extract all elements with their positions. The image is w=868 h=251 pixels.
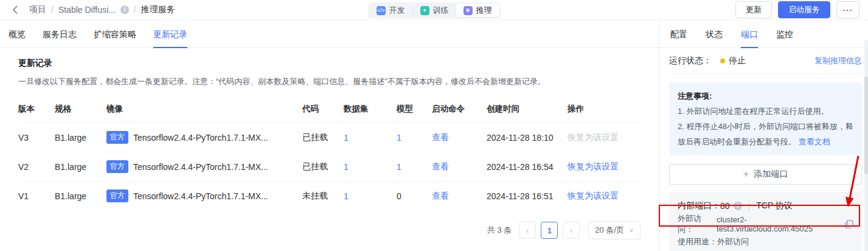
table-row: V1 B1.large 官方 Tensorflow2.4.4-PyTorch1.… — [18, 181, 641, 210]
table-row: V3 B1.large 官方 Tensorflow2.4.4-PyTorch1.… — [18, 122, 641, 152]
status-dot-icon — [720, 58, 725, 63]
add-port-label: 添加端口 — [754, 169, 788, 180]
usage-row: 使用用途： 外部访问 — [678, 235, 853, 249]
internal-port-label: 内部端口： — [678, 200, 720, 211]
inference-service-page: 项目 / Stable Diffusi... i / 推理服务 </> 开发 ✦… — [0, 0, 868, 251]
col-header-created: 创建时间 — [487, 104, 568, 115]
env-item-develop[interactable]: </> 开发 — [369, 4, 412, 17]
env-item-train[interactable]: ✦ 训练 — [413, 4, 456, 17]
add-port-button[interactable]: + 添加端口 — [669, 164, 862, 185]
panel-scrollbar[interactable] — [864, 40, 868, 251]
internal-port-value: 80 — [720, 201, 730, 211]
scrollbar-thumb[interactable] — [864, 77, 868, 174]
breadcrumb-root[interactable]: 项目 — [29, 4, 46, 15]
env-item-inference[interactable]: ❋ 推理 — [456, 4, 499, 17]
breadcrumb-current: 推理服务 — [141, 4, 175, 15]
restore-settings-link[interactable]: 恢复为该设置 — [568, 161, 619, 171]
more-actions-button[interactable]: ··· — [836, 1, 859, 18]
pagination-page-1[interactable]: 1 — [541, 222, 558, 239]
col-header-action: 操作 — [568, 104, 641, 115]
detail-panel: 配置 状态 端口 监控 运行状态： 停止 复制推理信息 注意事项: 1. 外部访… — [659, 20, 868, 251]
col-header-dataset: 数据集 — [344, 104, 397, 115]
update-button[interactable]: 更新 — [735, 1, 772, 18]
col-header-code: 代码 — [302, 104, 344, 115]
project-info-icon[interactable]: i — [120, 5, 129, 14]
page-size-value: 20 条/页 — [595, 225, 624, 236]
plus-icon: + — [743, 169, 749, 180]
top-bar: 项目 / Stable Diffusi... i / 推理服务 </> 开发 ✦… — [0, 0, 868, 20]
view-command-link[interactable]: 查看 — [432, 191, 449, 200]
restore-settings-link[interactable]: 恢复为该设置 — [568, 191, 619, 200]
model-count-link[interactable]: 1 — [397, 133, 401, 143]
model-count-link[interactable]: 1 — [397, 162, 401, 172]
external-access-label: 外部访问： — [678, 213, 717, 235]
image-name: Tensorflow2.4.4-PyTorch1.7.1-MX... — [133, 191, 268, 201]
table-header: 版本 规格 镜像 代码 数据集 模型 启动命令 创建时间 操作 — [18, 96, 641, 122]
tab-status[interactable]: 状态 — [706, 29, 723, 48]
cell-created-time: 2024-11-28 16:54 — [487, 162, 568, 172]
notice-line-2: 2. 程序停止48小时后，外部访问端口将被释放，释放后再启动时会重新分配新号段。… — [678, 119, 853, 149]
section-description: 一旦修改以下服务配置，都会生成一条更新记录。注意：“代码内容、副本数及策略、端口… — [18, 76, 641, 87]
tab-update-records[interactable]: 更新记录 — [153, 29, 187, 48]
cell-spec: B1.large — [55, 191, 106, 201]
main-tabbar: 概览 服务日志 扩缩容策略 更新记录 — [0, 20, 659, 48]
main-section: 概览 服务日志 扩缩容策略 更新记录 更新记录 一旦修改以下服务配置，都会生成一… — [0, 20, 659, 251]
cell-spec: B1.large — [55, 162, 106, 172]
cell-version: V3 — [18, 133, 55, 143]
dataset-count-link[interactable]: 1 — [344, 162, 349, 172]
breadcrumb-project[interactable]: Stable Diffusi... — [58, 5, 116, 15]
official-badge: 官方 — [106, 160, 128, 173]
pagination-next-button[interactable]: › — [563, 222, 580, 239]
tab-ports[interactable]: 端口 — [741, 29, 758, 48]
image-name: Tensorflow2.4.4-PyTorch1.7.1-MX... — [133, 162, 268, 172]
external-access-address: cluster2-test3.virtaicloud.com:45025 — [717, 215, 841, 233]
col-header-spec: 规格 — [55, 104, 106, 115]
dataset-count-link[interactable]: 1 — [344, 191, 349, 201]
breadcrumb-separator: / — [51, 5, 54, 15]
tab-config[interactable]: 配置 — [670, 29, 687, 48]
panel-tabbar: 配置 状态 端口 监控 — [659, 20, 868, 48]
notice-line-1: 1. 外部访问地址需在程序正常运行后使用。 — [678, 104, 853, 119]
col-header-image: 镜像 — [106, 104, 302, 115]
page-size-select[interactable]: 20 条/页 ∨ — [588, 221, 641, 239]
section-title: 更新记录 — [18, 58, 641, 69]
table-row: V2 B1.large 官方 Tensorflow2.4.4-PyTorch1.… — [18, 152, 641, 181]
tab-monitor[interactable]: 监控 — [776, 29, 793, 48]
external-access-row: 外部访问： cluster2-test3.virtaicloud.com:450… — [678, 216, 853, 232]
env-item-label: 开发 — [389, 5, 405, 16]
update-records-table: 版本 规格 镜像 代码 数据集 模型 启动命令 创建时间 操作 V3 B1.la — [18, 96, 641, 210]
protocol-value: TCP 协议 — [756, 200, 793, 211]
port-info-icon[interactable]: i — [734, 202, 742, 210]
back-button[interactable] — [9, 5, 23, 14]
chevron-down-icon: ∨ — [629, 227, 634, 233]
tab-service-logs[interactable]: 服务日志 — [43, 29, 77, 48]
view-command-link[interactable]: 查看 — [432, 132, 449, 142]
usage-value: 外部访问 — [717, 236, 749, 247]
breadcrumb: 项目 / Stable Diffusi... i / 推理服务 — [29, 4, 175, 15]
tab-overview[interactable]: 概览 — [9, 29, 26, 48]
notice-box: 注意事项: 1. 外部访问地址需在程序正常运行后使用。 2. 程序停止48小时后… — [669, 82, 862, 155]
restore-settings-link: 恢复为该设置 — [568, 132, 619, 142]
run-status-label: 运行状态： — [669, 55, 712, 66]
cell-version: V1 — [18, 191, 55, 201]
notice-title: 注意事项: — [678, 88, 853, 104]
view-command-link[interactable]: 查看 — [432, 161, 449, 171]
tab-scaling-policy[interactable]: 扩缩容策略 — [94, 29, 136, 48]
env-switcher: </> 开发 ✦ 训练 ❋ 推理 — [368, 2, 501, 18]
run-status-value: 停止 — [729, 55, 746, 66]
copy-address-icon[interactable] — [845, 220, 853, 228]
view-docs-link[interactable]: 查看文档 — [799, 137, 830, 146]
usage-label: 使用用途： — [678, 236, 717, 247]
copy-inference-info-link[interactable]: 复制推理信息 — [814, 55, 862, 66]
col-header-version: 版本 — [18, 104, 55, 115]
start-service-button[interactable]: 启动服务 — [778, 1, 830, 18]
chevron-left-icon — [12, 5, 18, 14]
internal-port-row: 内部端口： 80 i | TCP 协议 — [678, 198, 853, 214]
pagination-prev-button[interactable]: ‹ — [519, 222, 536, 239]
col-header-command: 启动命令 — [432, 104, 487, 115]
port-card: 内部端口： 80 i | TCP 协议 外部访问： cluster2-test3… — [669, 192, 862, 251]
train-icon: ✦ — [420, 6, 429, 15]
cell-code-status: 已挂载 — [302, 161, 344, 172]
run-status-row: 运行状态： 停止 复制推理信息 — [669, 48, 862, 74]
dataset-count-link[interactable]: 1 — [344, 133, 349, 143]
